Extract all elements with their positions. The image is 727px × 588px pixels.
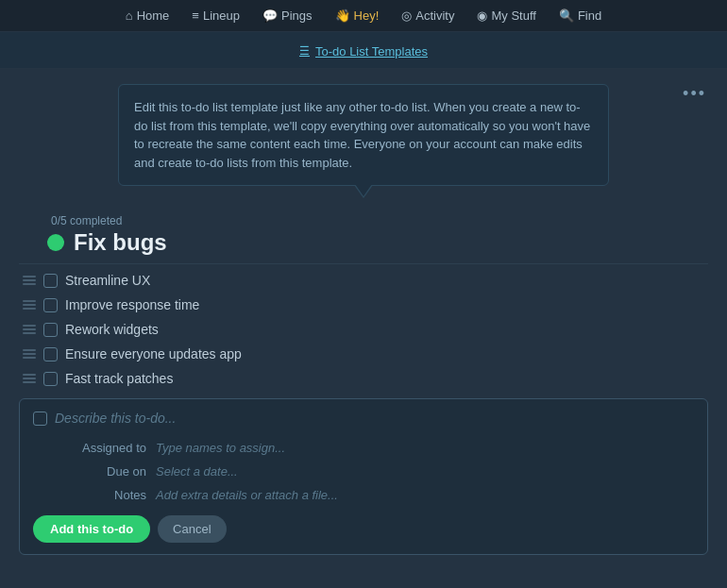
nav-label-home: Home (137, 8, 170, 23)
my-stuff-icon: ◉ (477, 8, 487, 23)
completed-label: 0/5 completed (51, 214, 167, 227)
breadcrumb-bar: ☰ To-do List Templates (0, 32, 727, 69)
due-on-field: Due on Select a date... (33, 464, 694, 479)
todo-item-text-1: Streamline UX (65, 273, 150, 288)
list-item: Fast track patches (19, 366, 708, 391)
nav-item-pings[interactable]: 💬 Pings (253, 5, 322, 26)
todo-item-text-4: Ensure everyone updates app (65, 346, 242, 361)
todo-checkbox-3[interactable] (43, 323, 58, 337)
drag-handle[interactable] (23, 276, 36, 285)
nav-label-pings: Pings (281, 8, 313, 23)
drag-handle[interactable] (23, 349, 36, 359)
todo-item-text-3: Rework widgets (65, 322, 159, 337)
info-box: Edit this to-do list template just like … (118, 84, 609, 186)
new-todo-input-row: Describe this to-do... (33, 411, 694, 426)
nav-label-lineup: Lineup (203, 8, 240, 23)
todo-item-text-5: Fast track patches (65, 371, 173, 386)
todo-header: 0/5 completed Fix bugs (19, 214, 708, 256)
nav-item-activity[interactable]: ◎ Activity (392, 5, 464, 26)
assigned-to-label: Assigned to (33, 441, 146, 455)
nav-item-find[interactable]: 🔍 Find (549, 5, 611, 26)
drag-handle[interactable] (23, 325, 36, 334)
lineup-icon: ≡ (192, 8, 199, 23)
new-todo-placeholder[interactable]: Describe this to-do... (55, 411, 176, 426)
todo-checkbox-5[interactable] (43, 372, 58, 386)
breadcrumb-label: To-do List Templates (315, 44, 428, 59)
activity-icon: ◎ (401, 8, 412, 23)
todo-checkbox-4[interactable] (43, 347, 58, 361)
notes-label: Notes (33, 488, 146, 502)
nav-label-find: Find (578, 8, 601, 23)
more-options-button[interactable]: ••• (677, 82, 712, 106)
new-todo-form: Describe this to-do... Assigned to Type … (19, 398, 708, 555)
new-todo-checkbox[interactable] (33, 412, 47, 426)
find-icon: 🔍 (559, 8, 574, 23)
divider (19, 263, 708, 264)
assigned-to-input[interactable]: Type names to assign... (156, 441, 285, 455)
todo-item-text-2: Improve response time (65, 297, 199, 312)
pings-icon: 💬 (262, 8, 278, 23)
todo-checkbox-2[interactable] (43, 298, 58, 312)
breadcrumb-link[interactable]: ☰ To-do List Templates (299, 44, 428, 59)
notes-input[interactable]: Add extra details or attach a file... (156, 488, 338, 502)
info-box-text: Edit this to-do list template just like … (134, 100, 590, 170)
nav-label-my-stuff: My Stuff (491, 8, 535, 23)
template-icon: ☰ (299, 44, 310, 58)
info-box-arrow-inner (355, 184, 372, 196)
notes-field: Notes Add extra details or attach a file… (33, 488, 694, 502)
drag-handle[interactable] (23, 300, 36, 310)
hey-icon: 👋 (335, 8, 350, 23)
due-on-input[interactable]: Select a date... (156, 464, 238, 479)
todo-title: Fix bugs (74, 229, 167, 256)
assigned-to-field: Assigned to Type names to assign... (33, 441, 694, 455)
add-todo-button[interactable]: Add this to-do (33, 515, 150, 543)
main-content: ••• Edit this to-do list template just l… (0, 69, 727, 588)
nav-item-lineup[interactable]: ≡ Lineup (182, 5, 249, 26)
home-icon: ⌂ (126, 8, 133, 23)
todo-checkbox-1[interactable] (43, 274, 58, 288)
todo-status-circle (47, 234, 64, 251)
list-item: Ensure everyone updates app (19, 342, 708, 366)
due-on-label: Due on (33, 464, 146, 479)
form-actions: Add this to-do Cancel (33, 515, 694, 543)
todo-section: 0/5 completed Fix bugs Streamline UX Imp… (19, 214, 708, 555)
nav-item-my-stuff[interactable]: ◉ My Stuff (467, 5, 545, 26)
list-item: Improve response time (19, 293, 708, 317)
todo-items-list: Streamline UX Improve response time Rewo… (19, 268, 708, 391)
list-item: Rework widgets (19, 317, 708, 342)
drag-handle[interactable] (23, 374, 36, 383)
list-item: Streamline UX (19, 268, 708, 293)
top-navigation: ⌂ Home ≡ Lineup 💬 Pings 👋 Hey! ◎ Activit… (0, 0, 727, 32)
nav-label-activity: Activity (415, 8, 454, 23)
nav-label-hey: Hey! (354, 8, 380, 23)
cancel-button[interactable]: Cancel (158, 515, 226, 543)
nav-item-hey[interactable]: 👋 Hey! (326, 5, 389, 26)
comment-section: C Add a comment here... (19, 583, 708, 588)
nav-item-home[interactable]: ⌂ Home (116, 5, 179, 26)
